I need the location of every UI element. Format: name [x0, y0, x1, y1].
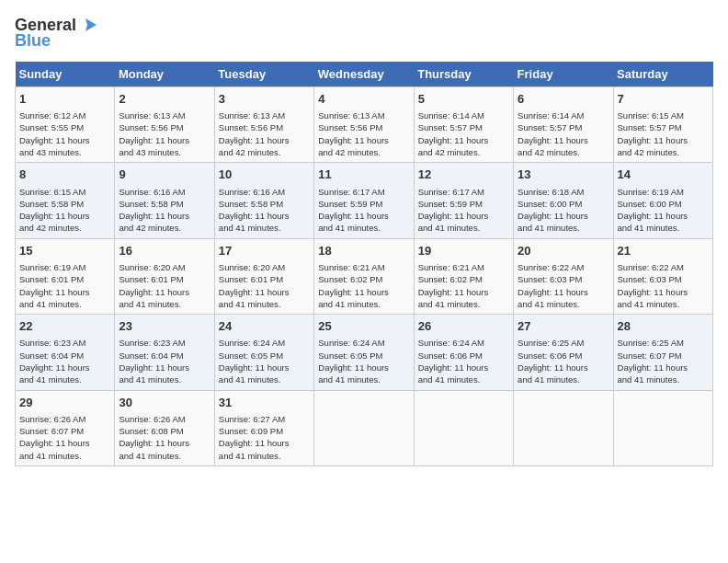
table-row: 21Sunrise: 6:22 AM Sunset: 6:03 PM Dayli…	[613, 238, 712, 314]
day-info: Sunrise: 6:16 AM Sunset: 5:58 PM Dayligh…	[119, 186, 210, 235]
col-friday: Friday	[514, 62, 613, 87]
day-info: Sunrise: 6:19 AM Sunset: 6:01 PM Dayligh…	[19, 261, 110, 310]
day-number: 30	[119, 395, 210, 411]
day-info: Sunrise: 6:15 AM Sunset: 5:58 PM Dayligh…	[19, 186, 110, 235]
day-info: Sunrise: 6:14 AM Sunset: 5:57 PM Dayligh…	[518, 109, 609, 158]
day-info: Sunrise: 6:21 AM Sunset: 6:02 PM Dayligh…	[318, 261, 409, 310]
day-info: Sunrise: 6:27 AM Sunset: 6:09 PM Dayligh…	[219, 413, 310, 462]
table-row: 8Sunrise: 6:15 AM Sunset: 5:58 PM Daylig…	[16, 163, 115, 238]
day-info: Sunrise: 6:18 AM Sunset: 6:00 PM Dayligh…	[518, 186, 609, 235]
table-row: 19Sunrise: 6:21 AM Sunset: 6:02 PM Dayli…	[414, 238, 513, 314]
table-row: 25Sunrise: 6:24 AM Sunset: 6:05 PM Dayli…	[314, 315, 414, 390]
table-row: 28Sunrise: 6:25 AM Sunset: 6:07 PM Dayli…	[613, 315, 712, 390]
table-row: 11Sunrise: 6:17 AM Sunset: 5:59 PM Dayli…	[314, 163, 414, 238]
calendar-week-2: 8Sunrise: 6:15 AM Sunset: 5:58 PM Daylig…	[16, 163, 713, 238]
col-wednesday: Wednesday	[314, 62, 414, 87]
header-row: Sunday Monday Tuesday Wednesday Thursday…	[16, 62, 713, 87]
day-number: 12	[418, 167, 509, 183]
day-number: 18	[318, 243, 409, 259]
day-number: 31	[219, 395, 310, 411]
logo-blue: Blue	[15, 31, 51, 51]
table-row: 7Sunrise: 6:15 AM Sunset: 5:57 PM Daylig…	[613, 87, 712, 163]
logo-bird-icon	[78, 15, 98, 35]
day-number: 14	[618, 167, 709, 183]
header: General Blue	[15, 15, 713, 51]
day-info: Sunrise: 6:22 AM Sunset: 6:03 PM Dayligh…	[618, 261, 709, 310]
table-row: 27Sunrise: 6:25 AM Sunset: 6:06 PM Dayli…	[514, 315, 613, 390]
day-info: Sunrise: 6:20 AM Sunset: 6:01 PM Dayligh…	[219, 261, 310, 310]
col-saturday: Saturday	[613, 62, 712, 87]
table-row	[514, 390, 613, 465]
calendar-week-1: 1Sunrise: 6:12 AM Sunset: 5:55 PM Daylig…	[16, 87, 713, 163]
day-info: Sunrise: 6:24 AM Sunset: 6:05 PM Dayligh…	[219, 337, 310, 385]
day-number: 24	[219, 318, 310, 335]
calendar-week-3: 15Sunrise: 6:19 AM Sunset: 6:01 PM Dayli…	[16, 238, 713, 314]
day-number: 3	[219, 91, 310, 108]
logo: General Blue	[15, 15, 98, 51]
table-row: 26Sunrise: 6:24 AM Sunset: 6:06 PM Dayli…	[414, 315, 513, 390]
day-number: 2	[119, 91, 210, 108]
day-info: Sunrise: 6:17 AM Sunset: 5:59 PM Dayligh…	[318, 186, 409, 235]
table-row: 16Sunrise: 6:20 AM Sunset: 6:01 PM Dayli…	[115, 238, 214, 314]
day-number: 6	[518, 91, 609, 108]
day-info: Sunrise: 6:19 AM Sunset: 6:00 PM Dayligh…	[618, 186, 709, 235]
day-info: Sunrise: 6:25 AM Sunset: 6:07 PM Dayligh…	[618, 337, 709, 385]
table-row: 5Sunrise: 6:14 AM Sunset: 5:57 PM Daylig…	[414, 87, 513, 163]
day-number: 1	[19, 91, 110, 108]
calendar-week-5: 29Sunrise: 6:26 AM Sunset: 6:07 PM Dayli…	[16, 390, 713, 465]
day-number: 11	[318, 167, 409, 183]
day-number: 4	[318, 91, 409, 108]
day-info: Sunrise: 6:15 AM Sunset: 5:57 PM Dayligh…	[618, 109, 709, 158]
calendar-table: Sunday Monday Tuesday Wednesday Thursday…	[15, 62, 713, 466]
day-info: Sunrise: 6:26 AM Sunset: 6:08 PM Dayligh…	[119, 413, 210, 462]
table-row: 14Sunrise: 6:19 AM Sunset: 6:00 PM Dayli…	[613, 163, 712, 238]
day-info: Sunrise: 6:13 AM Sunset: 5:56 PM Dayligh…	[219, 109, 310, 158]
col-sunday: Sunday	[16, 62, 115, 87]
table-row	[414, 390, 513, 465]
table-row: 30Sunrise: 6:26 AM Sunset: 6:08 PM Dayli…	[115, 390, 214, 465]
table-row: 23Sunrise: 6:23 AM Sunset: 6:04 PM Dayli…	[115, 315, 214, 390]
day-info: Sunrise: 6:13 AM Sunset: 5:56 PM Dayligh…	[119, 109, 210, 158]
day-number: 21	[618, 243, 709, 259]
day-number: 20	[518, 243, 609, 259]
table-row: 17Sunrise: 6:20 AM Sunset: 6:01 PM Dayli…	[214, 238, 313, 314]
day-info: Sunrise: 6:12 AM Sunset: 5:55 PM Dayligh…	[19, 109, 110, 158]
table-row	[314, 390, 414, 465]
table-row: 22Sunrise: 6:23 AM Sunset: 6:04 PM Dayli…	[16, 315, 115, 390]
col-tuesday: Tuesday	[214, 62, 313, 87]
table-row: 4Sunrise: 6:13 AM Sunset: 5:56 PM Daylig…	[314, 87, 414, 163]
day-number: 9	[119, 167, 210, 183]
day-info: Sunrise: 6:24 AM Sunset: 6:05 PM Dayligh…	[318, 337, 409, 385]
table-row: 29Sunrise: 6:26 AM Sunset: 6:07 PM Dayli…	[16, 390, 115, 465]
day-number: 10	[219, 167, 310, 183]
table-row: 3Sunrise: 6:13 AM Sunset: 5:56 PM Daylig…	[214, 87, 313, 163]
table-row: 31Sunrise: 6:27 AM Sunset: 6:09 PM Dayli…	[214, 390, 313, 465]
logo-text: General Blue	[15, 15, 98, 51]
day-number: 8	[19, 167, 110, 183]
table-row: 15Sunrise: 6:19 AM Sunset: 6:01 PM Dayli…	[16, 238, 115, 314]
day-number: 5	[418, 91, 509, 108]
day-number: 26	[418, 318, 509, 335]
table-row: 12Sunrise: 6:17 AM Sunset: 5:59 PM Dayli…	[414, 163, 513, 238]
table-row: 10Sunrise: 6:16 AM Sunset: 5:58 PM Dayli…	[214, 163, 313, 238]
table-row: 1Sunrise: 6:12 AM Sunset: 5:55 PM Daylig…	[16, 87, 115, 163]
day-number: 29	[19, 395, 110, 411]
day-number: 15	[19, 243, 110, 259]
col-monday: Monday	[115, 62, 214, 87]
day-info: Sunrise: 6:16 AM Sunset: 5:58 PM Dayligh…	[219, 186, 310, 235]
day-number: 22	[19, 318, 110, 335]
table-row: 24Sunrise: 6:24 AM Sunset: 6:05 PM Dayli…	[214, 315, 313, 390]
svg-marker-0	[85, 18, 97, 31]
day-info: Sunrise: 6:23 AM Sunset: 6:04 PM Dayligh…	[119, 337, 210, 385]
day-number: 19	[418, 243, 509, 259]
calendar-week-4: 22Sunrise: 6:23 AM Sunset: 6:04 PM Dayli…	[16, 315, 713, 390]
table-row: 2Sunrise: 6:13 AM Sunset: 5:56 PM Daylig…	[115, 87, 214, 163]
day-number: 13	[518, 167, 609, 183]
day-number: 7	[618, 91, 709, 108]
day-info: Sunrise: 6:26 AM Sunset: 6:07 PM Dayligh…	[19, 413, 110, 462]
day-number: 16	[119, 243, 210, 259]
day-info: Sunrise: 6:24 AM Sunset: 6:06 PM Dayligh…	[418, 337, 509, 385]
day-info: Sunrise: 6:23 AM Sunset: 6:04 PM Dayligh…	[19, 337, 110, 385]
table-row: 18Sunrise: 6:21 AM Sunset: 6:02 PM Dayli…	[314, 238, 414, 314]
day-number: 25	[318, 318, 409, 335]
